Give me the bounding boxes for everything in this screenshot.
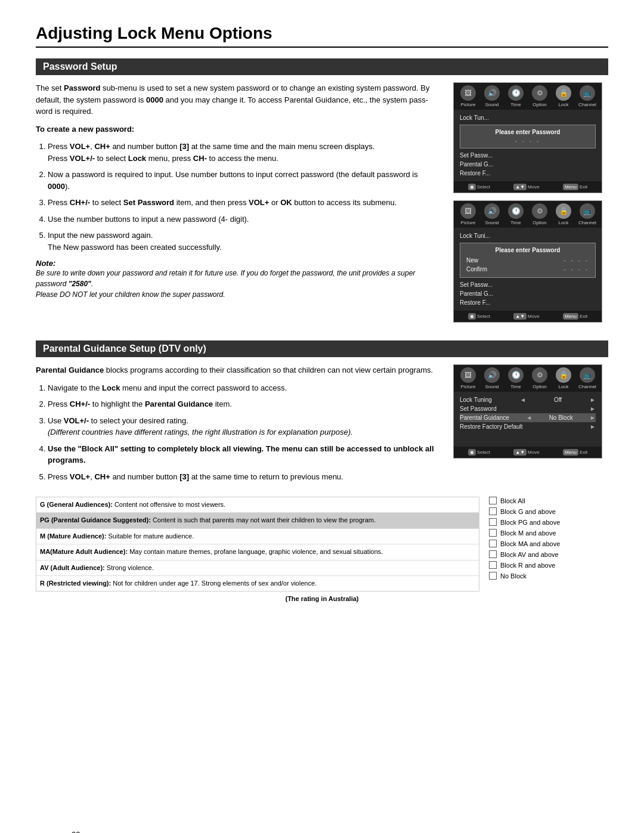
parental-intro: Parental Guidance blocks programs accord… bbox=[36, 364, 441, 376]
tv-icon-time-2: 🕐 Time bbox=[505, 203, 527, 225]
password-step-5: Input the new password again. The New pa… bbox=[48, 230, 441, 253]
tv-icon-picture-2: 🖼 Picture bbox=[457, 203, 479, 225]
tv-icon-option-2: ⚙ Option bbox=[529, 203, 550, 225]
checklist-block-av: Block AV and above bbox=[489, 550, 608, 558]
note-text: Be sure to write down your password and … bbox=[36, 268, 441, 300]
parental-step-3: Use VOL+/- to select your desired rating… bbox=[48, 415, 441, 438]
parental-section-header: Parental Guidance Setup (DTV only) bbox=[36, 340, 608, 357]
parental-step-5: Press VOL+, CH+ and number button [3] at… bbox=[48, 471, 441, 483]
tv-bottom-bar-1: ◉Select ▲▼Move MenuExit bbox=[454, 181, 602, 193]
tv-set-password-row-3: Set Password ► bbox=[460, 404, 596, 413]
tv-lock-tuning-row-3: Lock Tuning ◄ Off ► bbox=[460, 395, 596, 404]
rating-row-g: G (General Audiences): Content not offen… bbox=[36, 497, 479, 513]
password-steps-list: Press VOL+, CH+ and number button [3] at… bbox=[48, 141, 441, 253]
tv-icon-lock: 🔒 Lock bbox=[553, 85, 574, 107]
time-icon-3: 🕐 bbox=[508, 367, 524, 383]
channel-icon-2: 📺 bbox=[580, 203, 595, 219]
tv-parental-row-3: Parental Guidance ◄ No Block ► bbox=[460, 413, 596, 422]
password-step-3: Press CH+/- to select Set Password item,… bbox=[48, 197, 441, 209]
tv-icons-row-1: 🖼 Picture 🔊 Sound 🕐 Time ⚙ Option bbox=[454, 83, 602, 110]
tv-icon-channel-3: 📺 Channel bbox=[577, 367, 598, 389]
tv-icon-sound: 🔊 Sound bbox=[481, 85, 503, 107]
parental-step-1: Navigate to the Lock menu and input the … bbox=[48, 382, 441, 394]
tv-restore-row-2: Restore F... bbox=[460, 298, 596, 307]
tv-overlay-2: Please enter Password New - - - - Confir… bbox=[460, 243, 596, 278]
checkbox-block-r bbox=[489, 561, 497, 569]
create-password-subheader: To create a new password: bbox=[36, 123, 441, 135]
checkbox-block-g bbox=[489, 507, 497, 515]
tv-restore-row: Restore F... bbox=[460, 169, 596, 178]
channel-icon-3: 📺 bbox=[580, 367, 595, 383]
rating-row-r: R (Restricted viewing): Not for children… bbox=[36, 576, 479, 591]
tv-icon-option: ⚙ Option bbox=[529, 85, 550, 107]
tv-icons-row-2: 🖼 Picture 🔊 Sound 🕐 Time ⚙ Option bbox=[454, 201, 602, 228]
tv-icon-channel: 📺 Channel bbox=[577, 85, 598, 107]
tv-icon-lock-3: 🔒 Lock bbox=[553, 367, 574, 389]
password-step-1: Press VOL+, CH+ and number button [3] at… bbox=[48, 141, 441, 164]
tv-icon-option-3: ⚙ Option bbox=[529, 367, 550, 389]
note-block: Note: Be sure to write down your passwor… bbox=[36, 259, 441, 300]
rating-row-ma: MA(Mature Adult Audience): May contain m… bbox=[36, 544, 479, 560]
checklist-block-ma: Block MA and above bbox=[489, 540, 608, 547]
tv-set-password-row: Set Passw... bbox=[460, 151, 596, 160]
checklist-block-pg: Block PG and above bbox=[489, 518, 608, 526]
password-intro: The set Password sub-menu is used to set… bbox=[36, 82, 441, 117]
tv-restore-row-3: Restore Factory Default ► bbox=[460, 422, 596, 431]
tv-mockup-2: 🖼 Picture 🔊 Sound 🕐 Time ⚙ Option bbox=[453, 200, 602, 323]
channel-icon: 📺 bbox=[580, 85, 595, 101]
tv-parental-row: Parental G... bbox=[460, 160, 596, 169]
checkbox-block-av bbox=[489, 550, 497, 558]
time-icon-2: 🕐 bbox=[508, 203, 524, 219]
picture-icon-2: 🖼 bbox=[460, 203, 476, 219]
parental-content-right: 🖼 Picture 🔊 Sound 🕐 Time ⚙ Option bbox=[453, 364, 608, 488]
tv-icon-time-3: 🕐 Time bbox=[505, 367, 527, 389]
password-step-2: Now a password is required to input. Use… bbox=[48, 169, 441, 192]
lock-icon-3: 🔒 bbox=[556, 367, 571, 383]
option-icon-3: ⚙ bbox=[532, 367, 547, 383]
checklist-block-m: Block M and above bbox=[489, 529, 608, 537]
page-title: Adjusting Lock Menu Options bbox=[36, 24, 608, 48]
checklist-no-block: No Block bbox=[489, 572, 608, 580]
rating-row-m: M (Mature Audience): Suitable for mature… bbox=[36, 529, 479, 544]
sound-icon-3: 🔊 bbox=[484, 367, 500, 383]
rating-bottom-section: G (General Audiences): Content not offen… bbox=[36, 497, 608, 592]
lock-icon-2: 🔒 bbox=[556, 203, 571, 219]
checklist-block-all: Block All bbox=[489, 497, 608, 504]
note-label: Note: bbox=[36, 259, 55, 268]
rating-checklist: Block All Block G and above Block PG and… bbox=[489, 497, 608, 592]
password-content-right: 🖼 Picture 🔊 Sound 🕐 Time ⚙ Option bbox=[453, 82, 608, 330]
tv-bottom-bar-3: ◉Select ▲▼Move MenuExit bbox=[454, 447, 602, 458]
rating-table: G (General Audiences): Content not offen… bbox=[36, 497, 479, 592]
tv-icon-picture: 🖼 Picture bbox=[457, 85, 479, 107]
sound-icon-2: 🔊 bbox=[484, 203, 500, 219]
checkbox-no-block bbox=[489, 572, 497, 580]
tv-icons-row-3: 🖼 Picture 🔊 Sound 🕐 Time ⚙ Option bbox=[454, 365, 602, 392]
checkbox-block-ma bbox=[489, 540, 497, 547]
picture-icon: 🖼 bbox=[460, 85, 476, 101]
tv-bottom-bar-2: ◉Select ▲▼Move MenuExit bbox=[454, 311, 602, 322]
tv-menu-body-1: Lock Tun... Please enter Password - - - … bbox=[454, 110, 602, 181]
tv-lock-tuning-row: Lock Tun... bbox=[460, 113, 596, 122]
tv-icon-sound-3: 🔊 Sound bbox=[481, 367, 503, 389]
tv-icon-channel-2: 📺 Channel bbox=[577, 203, 598, 225]
tv-icon-lock-2: 🔒 Lock bbox=[553, 203, 574, 225]
option-icon-2: ⚙ bbox=[532, 203, 547, 219]
checklist-block-r: Block R and above bbox=[489, 561, 608, 569]
rating-row-pg: PG (Parental Guidance Suggested): Conten… bbox=[36, 513, 479, 528]
lock-icon: 🔒 bbox=[556, 85, 571, 101]
checklist-block-g: Block G and above bbox=[489, 507, 608, 515]
picture-icon-3: 🖼 bbox=[460, 367, 476, 383]
tv-lock-tuning-row-2: Lock Tuni... bbox=[460, 231, 596, 240]
tv-mockup-1: 🖼 Picture 🔊 Sound 🕐 Time ⚙ Option bbox=[453, 82, 602, 193]
parental-steps-list: Navigate to the Lock menu and input the … bbox=[48, 382, 441, 483]
page-number: 33 bbox=[72, 830, 80, 833]
time-icon: 🕐 bbox=[508, 85, 524, 101]
tv-icon-picture-3: 🖼 Picture bbox=[457, 367, 479, 389]
tv-overlay-1: Please enter Password - - - - bbox=[460, 125, 596, 148]
option-icon: ⚙ bbox=[532, 85, 547, 101]
checkbox-block-all bbox=[489, 497, 497, 504]
tv-menu-body-2: Lock Tuni... Please enter Password New -… bbox=[454, 228, 602, 311]
password-step-4: Use the number buttons to input a new pa… bbox=[48, 213, 441, 225]
tv-set-passw-row-2: Set Passw... bbox=[460, 280, 596, 289]
tv-icon-sound-2: 🔊 Sound bbox=[481, 203, 503, 225]
